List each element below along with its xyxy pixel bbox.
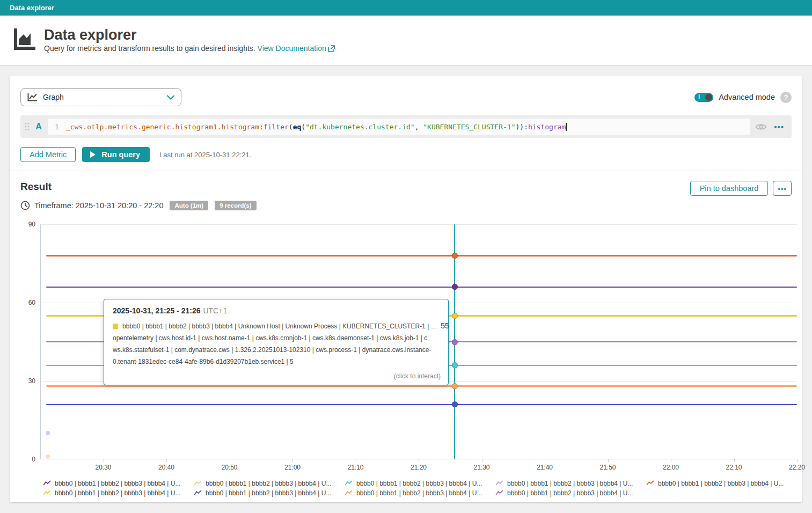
visualization-label: Graph xyxy=(43,93,162,101)
series-point[interactable] xyxy=(46,431,50,435)
x-axis-label: 21:50 xyxy=(599,464,616,471)
query-token: : xyxy=(524,123,528,131)
add-metric-button[interactable]: Add Metric xyxy=(20,147,76,162)
legend-line-icon xyxy=(194,480,202,486)
query-result-card: Graph I Advanced mode ? A 1 _cws.otlp.me… xyxy=(10,76,802,502)
query-token: "KUBERNETES_CLUSTER-1" xyxy=(423,123,515,131)
y-axis-label: 30 xyxy=(20,377,35,385)
legend-line-icon xyxy=(495,480,503,486)
tooltip-series-swatch xyxy=(113,324,118,329)
legend-item[interactable]: bbbb0 | bbbb1 | bbbb2 | bbbb3 | bbbb4 | … xyxy=(345,488,495,497)
hover-point[interactable] xyxy=(452,383,458,389)
x-axis-label: 21:20 xyxy=(411,464,427,471)
y-axis-label: 0 xyxy=(20,456,35,463)
chart-legend: bbbb0 | bbbb1 | bbbb2 | bbbb3 | bbbb4 | … xyxy=(43,479,797,497)
advanced-mode-label: Advanced mode xyxy=(719,93,775,101)
legend-item[interactable]: bbbb0 | bbbb1 | bbbb2 | bbbb3 | bbbb4 | … xyxy=(194,488,345,497)
play-icon xyxy=(90,151,96,158)
x-axis-tick xyxy=(671,459,671,462)
series-line[interactable] xyxy=(46,385,797,387)
series-line[interactable] xyxy=(46,255,797,256)
chart: 2025-10-31, 21:25 - 21:26UTC+1 bbbb0 | b… xyxy=(20,217,798,501)
x-axis-label: 21:10 xyxy=(347,464,363,471)
timeframe-text: Timeframe: 2025-10-31 20:20 - 22:20 xyxy=(34,201,163,210)
x-axis-label: 21:30 xyxy=(473,464,489,471)
x-axis-tick xyxy=(797,459,798,462)
query-more-options-button[interactable]: ••• xyxy=(772,122,786,131)
query-token: , xyxy=(415,123,423,131)
page-subtitle: Query for metrics and transform results … xyxy=(44,44,255,53)
query-token: _cws.otlp.metrics.generic.histogram1.his… xyxy=(66,123,259,131)
drag-handle-icon[interactable] xyxy=(25,122,30,131)
x-axis-tick xyxy=(419,459,419,462)
legend-line-icon xyxy=(194,490,202,496)
query-token: filter xyxy=(264,123,289,131)
result-heading: Result xyxy=(20,181,52,193)
legend-line-icon xyxy=(345,490,353,496)
x-axis-label: 20:30 xyxy=(95,464,111,471)
query-row: A 1 _cws.otlp.metrics.generic.histogram1… xyxy=(20,115,792,138)
x-axis-label: 20:50 xyxy=(221,464,237,471)
x-axis-label: 21:00 xyxy=(284,464,301,471)
visibility-eye-icon[interactable] xyxy=(755,123,767,131)
hover-point[interactable] xyxy=(452,362,458,368)
legend-label: bbbb0 | bbbb1 | bbbb2 | bbbb3 | bbbb4 | … xyxy=(55,480,180,487)
legend-label: bbbb0 | bbbb1 | bbbb2 | bbbb3 | bbbb4 | … xyxy=(507,489,633,497)
legend-line-icon xyxy=(345,480,353,486)
x-axis-tick xyxy=(482,459,482,462)
legend-label: bbbb0 | bbbb1 | bbbb2 | bbbb3 | bbbb4 | … xyxy=(507,480,633,487)
query-code[interactable]: _cws.otlp.metrics.generic.histogram1.his… xyxy=(66,123,567,131)
pin-to-dashboard-button[interactable]: Pin to dashboard xyxy=(690,181,769,196)
text-caret xyxy=(566,123,567,131)
tooltip-series-text-continued: opentelemetry | cws.host.id-1 | cws.host… xyxy=(113,332,440,368)
query-input[interactable]: 1 _cws.otlp.metrics.generic.histogram1.h… xyxy=(48,119,750,135)
series-point[interactable] xyxy=(46,455,50,459)
tooltip-series-text: bbbb0 | bbbb1 | bbbb2 | bbbb3 | bbbb4 | … xyxy=(122,320,429,332)
hover-point[interactable] xyxy=(452,401,458,407)
hover-point[interactable] xyxy=(452,253,458,259)
result-more-options-button[interactable]: ••• xyxy=(773,181,792,196)
toggle-knob xyxy=(705,94,712,101)
visualization-select[interactable]: Graph xyxy=(20,88,181,106)
legend-label: bbbb0 | bbbb1 | bbbb2 | bbbb3 | bbbb4 | … xyxy=(356,480,482,487)
help-icon[interactable]: ? xyxy=(780,92,792,103)
query-token: )) xyxy=(515,123,524,131)
x-axis-tick xyxy=(230,459,230,462)
page-title: Data explorer xyxy=(44,27,335,43)
legend-item[interactable]: bbbb0 | bbbb1 | bbbb2 | bbbb3 | bbbb4 | … xyxy=(43,488,194,497)
hover-point[interactable] xyxy=(452,339,458,345)
legend-line-icon xyxy=(43,490,51,496)
series-line[interactable] xyxy=(46,287,797,288)
data-explorer-logo-icon xyxy=(12,27,36,52)
line-chart-icon xyxy=(27,93,38,101)
legend-item[interactable]: bbbb0 | bbbb1 | bbbb2 | bbbb3 | bbbb4 | … xyxy=(345,479,495,488)
series-line[interactable] xyxy=(46,404,797,406)
legend-label: bbbb0 | bbbb1 | bbbb2 | bbbb3 | bbbb4 | … xyxy=(356,489,482,497)
legend-label: bbbb0 | bbbb1 | bbbb2 | bbbb3 | bbbb4 | … xyxy=(206,480,331,487)
hover-point[interactable] xyxy=(452,284,458,290)
top-app-bar: Data explorer xyxy=(0,0,812,16)
metric-row-label: A xyxy=(34,122,43,131)
tooltip-value: 55 xyxy=(441,320,449,332)
external-link-icon xyxy=(328,45,335,52)
clock-icon xyxy=(20,201,30,210)
x-axis-tick xyxy=(356,459,356,462)
legend-line-icon xyxy=(646,480,654,486)
tooltip-interact-hint: (click to interact) xyxy=(394,372,441,380)
chevron-down-icon xyxy=(167,95,174,100)
run-query-button[interactable]: Run query xyxy=(82,147,150,162)
x-axis-tick xyxy=(545,459,545,462)
tooltip-leader-line xyxy=(432,328,437,328)
legend-item[interactable]: bbbb0 | bbbb1 | bbbb2 | bbbb3 | bbbb4 | … xyxy=(495,488,646,497)
legend-item[interactable]: bbbb0 | bbbb1 | bbbb2 | bbbb3 | bbbb4 | … xyxy=(495,479,646,488)
advanced-mode-toggle[interactable]: I xyxy=(694,93,713,102)
legend-item[interactable]: bbbb0 | bbbb1 | bbbb2 | bbbb3 | bbbb4 | … xyxy=(194,479,345,488)
page-header: Data explorer Query for metrics and tran… xyxy=(0,16,812,65)
x-axis-tick xyxy=(734,459,735,462)
legend-item[interactable]: bbbb0 | bbbb1 | bbbb2 | bbbb3 | bbbb4 | … xyxy=(43,479,194,488)
view-documentation-link[interactable]: View Documentation xyxy=(258,44,326,53)
hover-point[interactable] xyxy=(452,313,458,319)
legend-label: bbbb0 | bbbb1 | bbbb2 | bbbb3 | bbbb4 | … xyxy=(206,489,331,497)
legend-item[interactable]: bbbb0 | bbbb1 | bbbb2 | bbbb3 | bbbb4 | … xyxy=(646,479,797,488)
last-run-text: Last run at 2025-10-31 22:21. xyxy=(159,151,251,159)
